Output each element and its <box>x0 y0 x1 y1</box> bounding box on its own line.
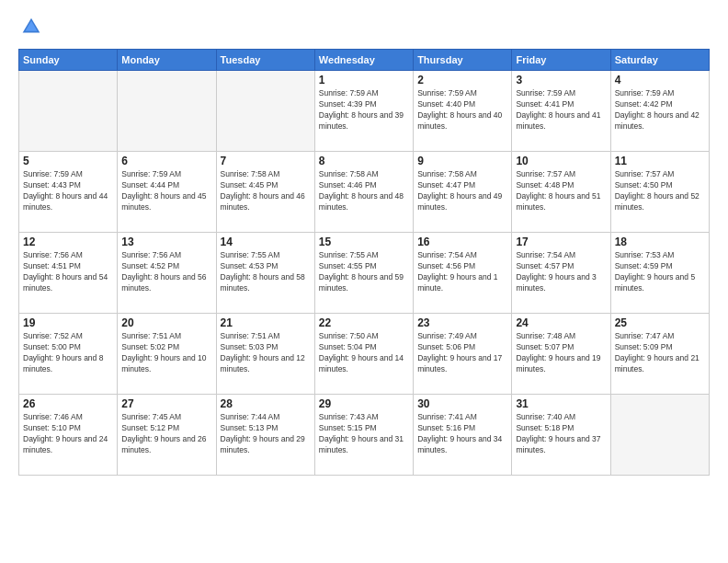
day-info: Sunrise: 7:56 AMSunset: 4:52 PMDaylight:… <box>121 250 211 294</box>
day-info: Sunrise: 7:47 AMSunset: 5:09 PMDaylight:… <box>615 331 705 375</box>
day-number: 11 <box>615 155 705 167</box>
day-info: Sunrise: 7:55 AMSunset: 4:55 PMDaylight:… <box>319 250 409 294</box>
calendar-cell: 2Sunrise: 7:59 AMSunset: 4:40 PMDaylight… <box>414 71 512 152</box>
calendar-cell: 13Sunrise: 7:56 AMSunset: 4:52 PMDayligh… <box>118 233 216 314</box>
day-number: 19 <box>23 316 113 329</box>
calendar-cell: 31Sunrise: 7:40 AMSunset: 5:18 PMDayligh… <box>512 395 610 476</box>
day-number: 28 <box>221 397 311 410</box>
calendar-cell: 3Sunrise: 7:59 AMSunset: 4:41 PMDaylight… <box>512 71 610 152</box>
calendar-cell: 7Sunrise: 7:58 AMSunset: 4:45 PMDaylight… <box>216 152 314 233</box>
calendar-cell: 1Sunrise: 7:59 AMSunset: 4:39 PMDaylight… <box>314 71 413 152</box>
calendar-cell: 8Sunrise: 7:58 AMSunset: 4:46 PMDaylight… <box>314 152 413 233</box>
column-header-thursday: Thursday <box>414 50 512 71</box>
calendar-cell: 18Sunrise: 7:53 AMSunset: 4:59 PMDayligh… <box>610 233 709 314</box>
day-number: 26 <box>23 397 113 410</box>
day-info: Sunrise: 7:59 AMSunset: 4:43 PMDaylight:… <box>23 169 113 213</box>
calendar-cell: 5Sunrise: 7:59 AMSunset: 4:43 PMDaylight… <box>19 152 118 233</box>
day-info: Sunrise: 7:45 AMSunset: 5:12 PMDaylight:… <box>121 412 211 456</box>
day-number: 20 <box>121 316 211 329</box>
day-info: Sunrise: 7:54 AMSunset: 4:56 PMDaylight:… <box>417 250 507 294</box>
day-number: 1 <box>319 74 409 86</box>
calendar-table: SundayMondayTuesdayWednesdayThursdayFrid… <box>18 49 710 476</box>
calendar-cell: 19Sunrise: 7:52 AMSunset: 5:00 PMDayligh… <box>19 314 118 395</box>
day-number: 2 <box>417 74 507 86</box>
day-info: Sunrise: 7:59 AMSunset: 4:41 PMDaylight:… <box>516 88 606 132</box>
calendar-cell: 12Sunrise: 7:56 AMSunset: 4:51 PMDayligh… <box>19 233 118 314</box>
calendar-header-row: SundayMondayTuesdayWednesdayThursdayFrid… <box>19 50 710 71</box>
calendar-cell: 15Sunrise: 7:55 AMSunset: 4:55 PMDayligh… <box>314 233 413 314</box>
day-info: Sunrise: 7:59 AMSunset: 4:40 PMDaylight:… <box>417 88 507 132</box>
day-number: 23 <box>417 316 507 329</box>
day-number: 3 <box>516 74 606 86</box>
calendar-cell <box>19 71 118 152</box>
column-header-saturday: Saturday <box>610 50 709 71</box>
day-number: 10 <box>516 155 606 167</box>
day-number: 25 <box>615 316 705 329</box>
calendar-cell: 24Sunrise: 7:48 AMSunset: 5:07 PMDayligh… <box>512 314 610 395</box>
day-number: 8 <box>319 155 409 167</box>
calendar-cell: 20Sunrise: 7:51 AMSunset: 5:02 PMDayligh… <box>118 314 216 395</box>
calendar-cell: 9Sunrise: 7:58 AMSunset: 4:47 PMDaylight… <box>414 152 512 233</box>
calendar-week-2: 12Sunrise: 7:56 AMSunset: 4:51 PMDayligh… <box>19 233 710 314</box>
day-info: Sunrise: 7:50 AMSunset: 5:04 PMDaylight:… <box>319 331 409 375</box>
day-number: 22 <box>319 316 409 329</box>
day-info: Sunrise: 7:51 AMSunset: 5:03 PMDaylight:… <box>221 331 311 375</box>
page: SundayMondayTuesdayWednesdayThursdayFrid… <box>0 0 728 563</box>
calendar-cell: 6Sunrise: 7:59 AMSunset: 4:44 PMDaylight… <box>118 152 216 233</box>
calendar-cell: 26Sunrise: 7:46 AMSunset: 5:10 PMDayligh… <box>19 395 118 476</box>
day-number: 7 <box>221 155 311 167</box>
day-info: Sunrise: 7:44 AMSunset: 5:13 PMDaylight:… <box>221 412 311 456</box>
calendar-cell <box>216 71 314 152</box>
day-info: Sunrise: 7:41 AMSunset: 5:16 PMDaylight:… <box>417 412 507 456</box>
day-number: 16 <box>417 236 507 248</box>
calendar-week-0: 1Sunrise: 7:59 AMSunset: 4:39 PMDaylight… <box>19 71 710 152</box>
day-info: Sunrise: 7:55 AMSunset: 4:53 PMDaylight:… <box>221 250 311 294</box>
day-info: Sunrise: 7:58 AMSunset: 4:47 PMDaylight:… <box>417 169 507 213</box>
day-number: 13 <box>121 236 211 248</box>
day-number: 31 <box>516 397 606 410</box>
day-number: 15 <box>319 236 409 248</box>
calendar-cell: 23Sunrise: 7:49 AMSunset: 5:06 PMDayligh… <box>414 314 512 395</box>
calendar-cell: 16Sunrise: 7:54 AMSunset: 4:56 PMDayligh… <box>414 233 512 314</box>
day-info: Sunrise: 7:57 AMSunset: 4:50 PMDaylight:… <box>615 169 705 213</box>
day-number: 30 <box>417 397 507 410</box>
day-number: 17 <box>516 236 606 248</box>
day-info: Sunrise: 7:58 AMSunset: 4:45 PMDaylight:… <box>221 169 311 213</box>
column-header-sunday: Sunday <box>19 50 118 71</box>
day-info: Sunrise: 7:51 AMSunset: 5:02 PMDaylight:… <box>121 331 211 375</box>
day-info: Sunrise: 7:40 AMSunset: 5:18 PMDaylight:… <box>516 412 606 456</box>
day-info: Sunrise: 7:53 AMSunset: 4:59 PMDaylight:… <box>615 250 705 294</box>
calendar-cell: 21Sunrise: 7:51 AMSunset: 5:03 PMDayligh… <box>216 314 314 395</box>
logo-icon <box>18 14 44 40</box>
calendar-cell <box>118 71 216 152</box>
calendar-cell: 25Sunrise: 7:47 AMSunset: 5:09 PMDayligh… <box>610 314 709 395</box>
day-info: Sunrise: 7:52 AMSunset: 5:00 PMDaylight:… <box>23 331 113 375</box>
day-info: Sunrise: 7:57 AMSunset: 4:48 PMDaylight:… <box>516 169 606 213</box>
day-info: Sunrise: 7:59 AMSunset: 4:42 PMDaylight:… <box>615 88 705 132</box>
day-number: 14 <box>221 236 311 248</box>
calendar-cell: 22Sunrise: 7:50 AMSunset: 5:04 PMDayligh… <box>314 314 413 395</box>
calendar-cell: 29Sunrise: 7:43 AMSunset: 5:15 PMDayligh… <box>314 395 413 476</box>
day-number: 18 <box>615 236 705 248</box>
column-header-monday: Monday <box>118 50 216 71</box>
header <box>18 14 710 40</box>
calendar-cell: 11Sunrise: 7:57 AMSunset: 4:50 PMDayligh… <box>610 152 709 233</box>
day-info: Sunrise: 7:59 AMSunset: 4:39 PMDaylight:… <box>319 88 409 132</box>
calendar-cell: 28Sunrise: 7:44 AMSunset: 5:13 PMDayligh… <box>216 395 314 476</box>
calendar-week-1: 5Sunrise: 7:59 AMSunset: 4:43 PMDaylight… <box>19 152 710 233</box>
day-number: 9 <box>417 155 507 167</box>
day-info: Sunrise: 7:58 AMSunset: 4:46 PMDaylight:… <box>319 169 409 213</box>
day-info: Sunrise: 7:49 AMSunset: 5:06 PMDaylight:… <box>417 331 507 375</box>
calendar-cell: 10Sunrise: 7:57 AMSunset: 4:48 PMDayligh… <box>512 152 610 233</box>
day-number: 12 <box>23 236 113 248</box>
day-number: 21 <box>221 316 311 329</box>
calendar-cell: 27Sunrise: 7:45 AMSunset: 5:12 PMDayligh… <box>118 395 216 476</box>
logo <box>18 14 48 40</box>
calendar-week-3: 19Sunrise: 7:52 AMSunset: 5:00 PMDayligh… <box>19 314 710 395</box>
calendar-cell: 17Sunrise: 7:54 AMSunset: 4:57 PMDayligh… <box>512 233 610 314</box>
day-number: 5 <box>23 155 113 167</box>
day-info: Sunrise: 7:48 AMSunset: 5:07 PMDaylight:… <box>516 331 606 375</box>
column-header-wednesday: Wednesday <box>314 50 413 71</box>
day-info: Sunrise: 7:56 AMSunset: 4:51 PMDaylight:… <box>23 250 113 294</box>
day-number: 4 <box>615 74 705 86</box>
